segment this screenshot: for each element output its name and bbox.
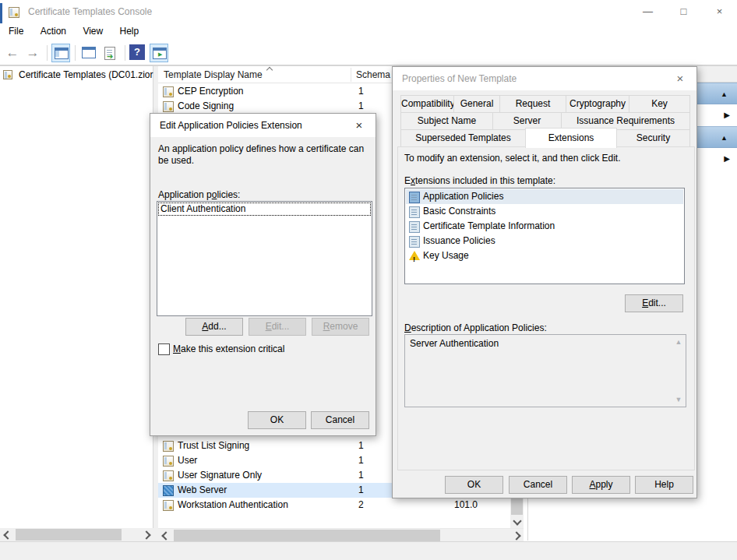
edit-dialog-title: Edit Application Policies Extension <box>160 114 302 137</box>
critical-extension-label[interactable]: Make this extension critical <box>173 343 284 354</box>
menu-action[interactable]: Action <box>34 23 73 39</box>
add-button[interactable]: Add... <box>185 318 243 336</box>
list-row[interactable]: Workstation Authentication 2 101.0 <box>158 498 510 512</box>
more-actions-icon[interactable]: ▶ <box>724 154 730 163</box>
scrollbar-thumb[interactable] <box>174 530 440 541</box>
template-schema: 2 <box>358 498 364 512</box>
tab-row-2: Subject Name Server Issuance Requirement… <box>400 112 690 129</box>
properties-glyph <box>82 47 96 58</box>
edit-dialog-title-bar: Edit Application Policies Extension × <box>150 114 376 137</box>
properties-dialog-title: Properties of New Template <box>402 67 517 90</box>
template-name: Code Signing <box>178 99 234 114</box>
tab-cryptography[interactable]: Cryptography <box>566 95 629 114</box>
status-bar <box>0 541 737 560</box>
description-label: Description of Application Policies: <box>404 322 547 333</box>
scroll-up-icon[interactable]: ▲ <box>674 337 683 347</box>
extension-icon <box>409 221 420 233</box>
extension-item[interactable]: Certificate Template Information <box>406 219 683 234</box>
template-name: Workstation Authentication <box>178 498 288 512</box>
properties-dialog-title-bar: Properties of New Template × <box>393 67 696 90</box>
scroll-right-button[interactable] <box>140 528 153 541</box>
template-schema: 1 <box>358 438 364 453</box>
scrollbar-thumb[interactable] <box>16 529 122 541</box>
remove-button-disabled[interactable]: Remove <box>312 318 369 336</box>
help-icon[interactable]: ? <box>129 44 145 60</box>
more-actions-icon[interactable]: ▶ <box>724 111 730 119</box>
template-schema: 1 <box>358 468 364 483</box>
close-button[interactable]: × <box>702 0 737 23</box>
cancel-button[interactable]: Cancel <box>311 411 369 429</box>
maximize-button[interactable]: □ <box>666 0 701 23</box>
scroll-down-button[interactable] <box>510 515 524 528</box>
chevron-left-icon <box>161 531 170 540</box>
policy-item-focused[interactable]: Client Authentication <box>158 203 371 216</box>
scroll-left-button[interactable] <box>0 528 13 541</box>
menu-help[interactable]: Help <box>113 23 146 39</box>
export-doc-glyph: ➔ <box>104 47 115 60</box>
tab-row-3: Superseded Templates Extensions Security <box>400 129 690 147</box>
back-icon[interactable]: ← <box>3 44 22 62</box>
certificate-template-icon <box>163 101 174 112</box>
tab-request-handling[interactable]: Request Handling <box>499 95 566 114</box>
column-header-schema[interactable]: Schema <box>356 66 390 83</box>
console-tree-glyph <box>55 48 69 59</box>
application-policies-listbox[interactable]: Client Authentication <box>157 201 372 316</box>
certificate-template-icon <box>163 470 174 481</box>
forward-icon[interactable]: → <box>23 44 42 62</box>
scroll-right-button[interactable] <box>510 529 524 542</box>
extension-item[interactable]: Key Usage <box>406 248 683 263</box>
ok-button[interactable]: OK <box>248 411 306 429</box>
menu-file[interactable]: File <box>2 23 30 39</box>
extension-item[interactable]: Issuance Policies <box>406 234 683 248</box>
apply-button[interactable]: Apply <box>572 476 630 494</box>
tab-key-attestation[interactable]: Key Attestation <box>629 95 690 114</box>
web-server-template-icon <box>163 485 174 496</box>
template-schema: 1 <box>358 99 364 114</box>
template-schema: 1 <box>358 453 364 468</box>
template-version: 101.0 <box>431 498 478 512</box>
collapse-icon[interactable]: ▲ <box>721 134 728 142</box>
ok-button[interactable]: OK <box>445 476 503 494</box>
template-name: User <box>178 453 197 468</box>
cancel-button[interactable]: Cancel <box>509 476 567 494</box>
scroll-left-button[interactable] <box>158 529 171 542</box>
critical-extension-checkbox[interactable] <box>158 343 170 355</box>
certificate-template-icon <box>163 500 174 511</box>
list-horizontal-scrollbar[interactable] <box>158 528 524 541</box>
tree-horizontal-scrollbar[interactable] <box>0 528 153 541</box>
close-icon[interactable]: × <box>347 114 371 137</box>
menu-view[interactable]: View <box>76 23 110 39</box>
console-tree-pane: Certificate Templates (DC01.zior <box>0 66 153 541</box>
edit-application-policies-dialog: Edit Application Policies Extension × An… <box>150 113 376 436</box>
edit-button-disabled[interactable]: Edit... <box>249 318 306 336</box>
description-box[interactable]: Server Authentication ▲ ▼ <box>404 334 686 407</box>
extension-item-selected[interactable]: Application Policies <box>406 189 683 204</box>
tree-item-certificate-templates[interactable]: Certificate Templates (DC01.zior <box>0 68 153 83</box>
tab-general[interactable]: General <box>453 95 500 114</box>
tab-subject-name[interactable]: Subject Name <box>400 112 493 131</box>
edit-extension-button[interactable]: Edit... <box>625 294 683 312</box>
column-header-name[interactable]: Template Display Name <box>164 66 263 83</box>
scroll-down-icon[interactable]: ▼ <box>674 395 683 404</box>
template-name: Web Server <box>178 483 227 498</box>
tab-compatibility[interactable]: Compatibility <box>400 95 454 114</box>
dialog-description: An application policy defines how a cert… <box>158 143 375 167</box>
show-action-pane-icon[interactable]: ▶ <box>150 44 168 62</box>
minimize-button[interactable]: — <box>630 0 665 23</box>
extension-label: Certificate Template Information <box>423 219 555 234</box>
column-divider[interactable] <box>351 68 351 82</box>
help-button[interactable]: Help <box>635 476 693 494</box>
close-icon[interactable]: × <box>668 67 692 90</box>
show-console-tree-icon[interactable] <box>51 44 70 62</box>
extensions-listbox[interactable]: Application Policies Basic Constraints C… <box>404 188 685 284</box>
certificate-template-icon <box>163 456 174 467</box>
chevron-right-icon <box>512 531 520 540</box>
tab-extensions[interactable]: Extensions <box>525 128 617 148</box>
export-list-icon[interactable]: ➔ <box>101 44 120 62</box>
extension-label: Basic Constraints <box>423 204 495 219</box>
certificate-template-icon <box>163 86 174 97</box>
collapse-icon[interactable]: ▲ <box>721 90 728 98</box>
description-text: Server Authentication <box>410 338 499 349</box>
extension-item[interactable]: Basic Constraints <box>406 204 683 219</box>
properties-icon[interactable] <box>79 44 98 62</box>
